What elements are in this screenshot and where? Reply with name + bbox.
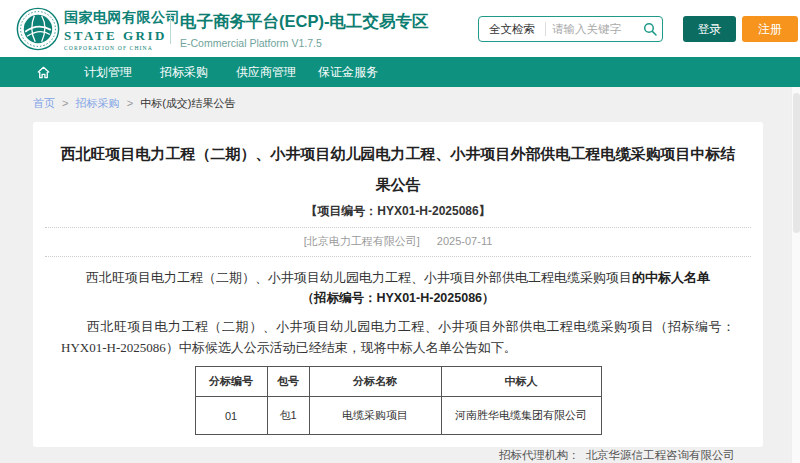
col-header-package-no: 包号 xyxy=(267,367,309,397)
header-divider xyxy=(170,14,171,44)
nav-item-deposit-service[interactable]: 保证金服务 xyxy=(318,57,378,87)
company-name-en: STATE GRID xyxy=(64,28,169,44)
scrollbar-thumb[interactable] xyxy=(793,93,800,233)
company-name-cn: 国家电网有限公司 xyxy=(64,9,169,27)
company-name-sub: CORPORATION OF CHINA xyxy=(64,45,169,51)
search-box[interactable]: 全文检索 xyxy=(478,16,663,42)
notice-title: 西北旺项目电力工程（二期）、小井项目幼儿园电力工程、小井项目外部供电工程电缆采购… xyxy=(59,138,737,200)
top-header: 国家电网有限公司 STATE GRID CORPORATION OF CHINA… xyxy=(0,0,800,57)
cell-lot-name: 电缆采购项目 xyxy=(309,397,441,435)
nav-item-bidding-procurement[interactable]: 招标采购 xyxy=(160,57,208,87)
cell-lot-no: 01 xyxy=(195,397,267,435)
breadcrumb: 首页 > 招标采购 > 中标(成交)结果公告 xyxy=(33,96,235,111)
breadcrumb-home[interactable]: 首页 xyxy=(33,97,55,109)
dotted-divider xyxy=(45,227,751,228)
register-button[interactable]: 注册 xyxy=(742,16,798,42)
publisher: [北京电力工程有限公司] xyxy=(304,235,420,247)
winner-table: 分标编号 包号 分标名称 中标人 01 包1 电缆采购项目 河南胜华电缆集团有限… xyxy=(195,366,602,435)
breadcrumb-separator: > xyxy=(62,97,68,109)
breadcrumb-current: 中标(成交)结果公告 xyxy=(140,97,235,109)
notice-card: 西北旺项目电力工程（二期）、小井项目幼儿园电力工程、小井项目外部供电工程电缆采购… xyxy=(33,122,763,447)
cell-winner: 河南胜华电缆集团有限公司 xyxy=(441,397,601,435)
cell-package-no: 包1 xyxy=(267,397,309,435)
platform-subtitle: E-Commercial Platform V1.7.5 xyxy=(180,37,428,49)
col-header-lot-no: 分标编号 xyxy=(195,367,267,397)
platform-title-block: 电子商务平台(ECP)-电工交易专区 E-Commercial Platform… xyxy=(180,11,428,49)
tender-number: （招标编号：HYX01-H-2025086） xyxy=(33,290,763,307)
agency-line: 招标代理机构：北京华源信工程咨询有限公司 xyxy=(499,446,735,463)
notice-footer: 招标代理机构：北京华源信工程咨询有限公司 招标人：北京电力工程有限公司 xyxy=(499,446,735,463)
state-grid-logo-icon xyxy=(16,7,60,51)
table-row: 01 包1 电缆采购项目 河南胜华电缆集团有限公司 xyxy=(195,397,601,435)
magnifier-icon[interactable] xyxy=(638,22,662,36)
table-header-row: 分标编号 包号 分标名称 中标人 xyxy=(195,367,601,397)
agency-value: 北京华源信工程咨询有限公司 xyxy=(586,449,736,461)
winner-list-subtitle-main: 西北旺项目电力工程（二期）、小井项目幼儿园电力工程、小井项目外部供电工程电缆采购… xyxy=(86,270,632,285)
agency-label: 招标代理机构： xyxy=(499,449,580,461)
breadcrumb-separator: > xyxy=(127,97,133,109)
notice-body: 西北旺项目电力工程（二期）、小井项目幼儿园电力工程、小井项目外部供电工程电缆采购… xyxy=(61,316,735,358)
col-header-lot-name: 分标名称 xyxy=(309,367,441,397)
search-input[interactable] xyxy=(546,23,638,35)
main-nav: 计划管理 招标采购 供应商管理 保证金服务 xyxy=(0,57,800,87)
login-button[interactable]: 登录 xyxy=(683,16,736,42)
project-number: 【项目编号：HYX01-H-2025086】 xyxy=(33,203,763,220)
nav-item-plan-management[interactable]: 计划管理 xyxy=(84,57,132,87)
search-scope-selector[interactable]: 全文检索 xyxy=(479,22,545,37)
breadcrumb-bidding[interactable]: 招标采购 xyxy=(76,97,120,109)
scrollbar-track[interactable] xyxy=(791,87,800,463)
publish-date: 2025-07-11 xyxy=(437,235,492,247)
winner-list-subtitle: 西北旺项目电力工程（二期）、小井项目幼儿园电力工程、小井项目外部供电工程电缆采购… xyxy=(33,268,763,288)
platform-title: 电子商务平台(ECP)-电工交易专区 xyxy=(180,11,428,33)
home-icon[interactable] xyxy=(36,65,51,80)
logo-text-block: 国家电网有限公司 STATE GRID CORPORATION OF CHINA xyxy=(64,9,169,51)
nav-item-supplier-management[interactable]: 供应商管理 xyxy=(236,57,296,87)
publish-meta: [北京电力工程有限公司] 2025-07-11 xyxy=(33,234,763,249)
col-header-winner: 中标人 xyxy=(441,367,601,397)
winner-list-subtitle-bold: 的中标人名单 xyxy=(632,270,710,285)
dotted-divider xyxy=(45,256,751,257)
